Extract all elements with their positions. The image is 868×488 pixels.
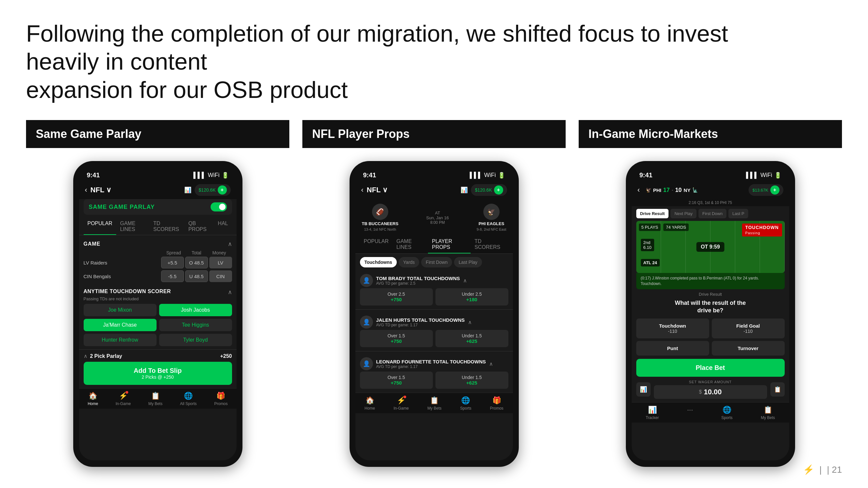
outcome-fieldgoal[interactable]: Field Goal -110 [712,319,785,338]
bengals-spread[interactable]: -5.5 [161,270,184,282]
collapse-icon-td[interactable]: ∧ [228,289,232,296]
hurts-under[interactable]: Under 1.5 +625 [435,330,508,347]
hurts-collapse[interactable]: ∧ [468,319,472,325]
drive-tab-next[interactable]: Next Play [671,209,696,218]
fieldgoal-odds: -110 [715,329,781,334]
prop-tab-touchdowns[interactable]: Touchdowns [360,257,397,267]
chart-icon-1[interactable]: 📊 [184,187,191,194]
bottom-nav-ingame-2[interactable]: ⚡ In-Game [394,396,409,411]
phi-score: 17 [663,187,670,194]
prop-tab-firstdown[interactable]: First Down [421,257,452,267]
bottom-nav-home-2[interactable]: 🏠 Home [365,396,375,411]
bottom-nav-ingame-1[interactable]: ⚡ In-Game [116,392,131,406]
bengals-money[interactable]: CIN [209,270,232,282]
outcome-turnover[interactable]: Turnover [712,341,785,356]
back-btn-1[interactable]: ‹ [85,186,87,194]
bottom-nav-mybets-1[interactable]: 📋 My Bets [148,392,162,406]
player-tyler-boyd[interactable]: Tyler Boyd [159,334,232,346]
nav-title-2[interactable]: NFL ∨ [367,186,388,194]
brady-under[interactable]: Under 2.5 +180 [435,288,508,305]
bengals-total[interactable]: U 48.5 [185,270,208,282]
bottom-nav-tracker-3[interactable]: 📊 Tracker [646,406,659,420]
fournette-over[interactable]: Over 1.5 +750 [360,371,433,389]
raiders-money[interactable]: LV [209,257,232,268]
bottom-nav-dots-3[interactable]: ··· [687,406,693,420]
player-grid: Joe Mixon Josh Jacobs Ja'Marr Chase Tee … [79,304,237,346]
ingame-badge-amount: $13.67K [752,188,768,193]
tab-popular-2[interactable]: POPULAR [360,236,393,254]
nav-title-1[interactable]: NFL ∨ [91,186,111,194]
game-section-header: GAME ∧ [79,238,237,250]
status-time-2: 9:41 [363,171,376,179]
drive-tab-result[interactable]: Drive Result [636,209,669,218]
field-timer: OT 9:59 [696,242,724,252]
raiders-spread[interactable]: +5.5 [161,257,184,268]
away-team-name: PHI EAGLES [479,221,504,226]
raiders-total[interactable]: O 48.5 [185,257,208,268]
wager-input[interactable]: $ 10.00 [654,385,767,399]
add-bet-btn[interactable]: Add To Bet Slip 2 Picks @ +250 [84,362,232,385]
wager-amount: 10.00 [704,388,721,396]
hurts-over[interactable]: Over 1.5 +750 [360,330,433,347]
ny-logo: 🗽 [692,187,698,193]
outcome-touchdown[interactable]: Touchdown -110 [636,319,709,338]
mybets-icon-3[interactable]: 📋 [770,382,785,397]
promos-icon-1: 🎁 [216,392,225,400]
tab-qb-props-1[interactable]: QB PROPS [185,218,214,235]
bottom-nav-home-1[interactable]: 🏠 Home [88,392,98,406]
player-jamarr-chase[interactable]: Ja'Marr Chase [84,319,157,331]
ingame-column: In-Game Micro-Markets 9:41 ▌▌▌WiFi🔋 ‹ [579,120,842,467]
tab-td-scorers-1[interactable]: TD SCORERS [149,218,185,235]
drive-tab-last[interactable]: Last P [728,209,748,218]
ingame-dot-1 [126,391,128,394]
sgp-toggle-switch[interactable] [211,202,227,212]
back-btn-3[interactable]: ‹ [638,186,640,194]
brady-over[interactable]: Over 2.5 +750 [360,288,433,305]
tab-popular-1[interactable]: POPULAR [84,218,116,235]
drive-tab-firstdown[interactable]: First Down [699,209,726,218]
tracker-icon[interactable]: 📊 [636,382,651,397]
turnover-label: Turnover [715,346,781,351]
player-josh-jacobs[interactable]: Josh Jacobs [159,304,232,316]
field-visualization: 5 PLAYS 74 YARDS TOUCHDOWNPassing OT 9:5… [636,221,785,273]
app-nav-2: ‹ NFL ∨ 📊 $120.6K + [355,181,513,199]
status-time-1: 9:41 [87,171,100,179]
sgp-column: Same Game Parlay 9:41 ▌▌▌WiFi🔋 ‹ NFL ∨ [26,120,289,467]
back-btn-2[interactable]: ‹ [361,186,364,194]
bottom-nav-mybets-3[interactable]: 📋 My Bets [761,406,775,420]
tab-player-props[interactable]: PLAYER PROPS [428,236,471,254]
ny-score: 10 [675,187,682,194]
collapse-icon-game[interactable]: ∧ [228,240,232,248]
brady-collapse[interactable]: ∧ [463,278,467,284]
bottom-nav-sports-3[interactable]: 🌐 Sports [721,406,733,420]
player-joe-mixon[interactable]: Joe Mixon [84,304,157,316]
prop-tab-yards[interactable]: Yards [399,257,420,267]
section-title-game: GAME [84,241,100,247]
tab-game-lines-2[interactable]: GAME LINES [393,236,428,254]
props-phone: 9:41 ▌▌▌WiFi🔋 ‹ NFL ∨ 📊 $120.6K + [349,161,519,467]
tab-td-scorers-2[interactable]: TD SCORERS [471,236,508,254]
team-name-bengals: CIN Bengals [84,273,160,279]
outcome-punt[interactable]: Punt [636,341,709,356]
prop-divider-1 [355,310,513,310]
bottom-nav-allsports-2[interactable]: 🌐 Sports [460,396,472,411]
bottom-nav-promos-1[interactable]: 🎁 Promos [214,392,227,406]
touchdown-label: Touchdown [640,323,706,329]
sgp-toggle-bar[interactable]: SAME GAME PARLAY [84,199,232,215]
wager-label: SET WAGER AMOUNT [654,380,767,384]
home-icon-2: 🏠 [366,396,374,405]
bottom-nav-mybets-2[interactable]: 📋 My Bets [427,396,441,411]
player-hunter-renfrow[interactable]: Hunter Renfrow [84,334,157,346]
prop-tab-lastplay[interactable]: Last Play [454,257,482,267]
fournette-collapse[interactable]: ∧ [489,361,493,367]
bottom-nav-promos-2[interactable]: 🎁 Promos [490,396,503,411]
bottom-nav-allsports-1[interactable]: 🌐 All Sports [180,392,196,406]
fournette-under[interactable]: Under 1.5 +625 [435,371,508,389]
home-team-info: 🏈 TB BUCCANEERS 13-4, 1st NFC North [362,204,399,231]
parlay-chevron[interactable]: ∧ [84,353,88,359]
place-bet-btn[interactable]: Place Bet [636,359,785,377]
chart-icon-2[interactable]: 📊 [461,187,468,194]
player-tee-higgins[interactable]: Tee Higgins [159,319,232,331]
tab-hal-1[interactable]: HAL [214,218,232,235]
tab-game-lines-1[interactable]: GAME LINES [116,218,149,235]
